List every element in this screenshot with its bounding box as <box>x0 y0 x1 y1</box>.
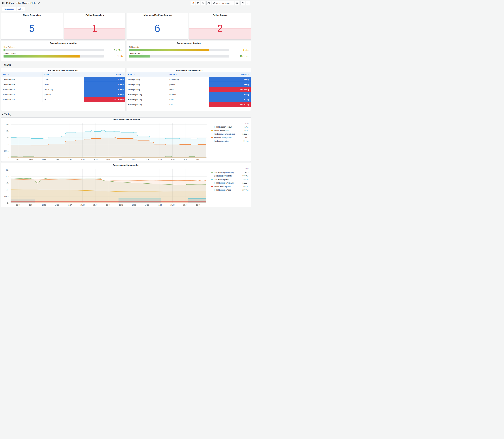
svg-text:16:05: 16:05 <box>171 159 175 160</box>
legend-item[interactable]: HelmRepository/test289 ms <box>211 188 248 192</box>
legend-item[interactable]: GitRepository/podinfo980 ms <box>211 174 248 178</box>
dashboard-grid-icon[interactable] <box>2 2 5 4</box>
filter-icon[interactable] <box>50 74 52 75</box>
chart-panel-cluster-reconciliation-duration: Cluster reconciliation duration 0 s500 m… <box>1 118 251 162</box>
filter-icon[interactable] <box>175 74 177 75</box>
panel-title[interactable]: Failing Reconcilers <box>64 13 125 17</box>
svg-text:15:55: 15:55 <box>42 159 46 160</box>
series-color-dash <box>211 134 213 134</box>
svg-text:16:03: 16:03 <box>145 159 149 160</box>
gauge-label: GitRepository <box>129 46 229 49</box>
svg-text:1.5 s: 1.5 s <box>6 182 9 184</box>
legend-item[interactable]: HelmRepository/bitnami1.695 s <box>211 181 248 185</box>
legend-item[interactable]: Kustomization/monitoring1.605 s <box>211 132 248 136</box>
panel-title[interactable]: Source acquisition readiness <box>127 68 251 72</box>
legend-avg-header[interactable]: avg <box>211 122 248 125</box>
svg-text:16:00: 16:00 <box>106 159 111 160</box>
svg-text:15:59: 15:59 <box>93 204 98 206</box>
svg-text:16:05: 16:05 <box>171 204 175 206</box>
panel-title[interactable]: Source acquisition duration <box>1 163 251 167</box>
panel-title[interactable]: Kubernetes Manifests Sources <box>127 13 188 17</box>
gauge-bar-helmrelease: HelmRelease 43.6ms <box>3 46 123 51</box>
row-toggle-timing[interactable]: Timing <box>1 112 250 117</box>
series-name: HelmRepository/bitnami <box>214 182 241 184</box>
svg-text:16:07: 16:07 <box>196 159 200 160</box>
gauge-value: 43.6ms <box>105 48 123 51</box>
series-color-dash <box>211 172 213 172</box>
status-badge: Not Ready <box>209 87 251 92</box>
time-series-plot[interactable]: 0 s500 ms1.0 s1.5 s2.0 s2.5 s15:5315:541… <box>2 167 208 207</box>
status-badge: Ready <box>84 77 125 82</box>
series-color-dash <box>211 137 213 138</box>
panel-title[interactable]: Cluster reconciliation readiness <box>1 68 125 72</box>
gauge-track <box>3 55 104 58</box>
cell-kind: GitRepository <box>127 87 168 92</box>
cell-kind: GitRepository <box>127 77 168 82</box>
column-header-kind[interactable]: Kind <box>1 72 43 77</box>
panel-title[interactable]: Failing Sources <box>189 13 251 17</box>
row-toggle-status[interactable]: Status <box>1 62 250 67</box>
status-badge: Ready <box>84 92 125 97</box>
variable-namespace-dropdown[interactable]: All <box>17 7 25 11</box>
filter-icon[interactable] <box>247 74 249 75</box>
zoom-out-button[interactable] <box>235 1 239 5</box>
cell-kind: Kustomization <box>1 92 43 97</box>
status-badge: Not Ready <box>84 97 125 102</box>
gauge-fill <box>3 49 5 51</box>
column-header-status[interactable]: Status <box>209 72 251 77</box>
row-title: Status <box>4 64 11 66</box>
legend-item[interactable]: GitRepository/test2338 ms <box>211 178 248 181</box>
svg-text:1.5 s: 1.5 s <box>6 137 9 139</box>
cell-name: contour <box>43 77 84 82</box>
readiness-table: KindNameStatusGitRepositorymonitoringRea… <box>127 72 251 110</box>
column-header-name[interactable]: Name <box>43 72 84 77</box>
series-name: Kustomization/monitoring <box>214 133 241 135</box>
panel-title[interactable]: Source ops avg. duration <box>129 41 249 45</box>
tv-mode-button[interactable] <box>206 1 211 5</box>
panel-title[interactable]: Cluster Reconcilers <box>1 13 62 17</box>
refresh-interval-caret-button[interactable] <box>246 1 250 5</box>
stat-panel-failing-sources: Failing Sources 2 <box>189 13 251 40</box>
column-header-status[interactable]: Status <box>84 72 125 77</box>
legend-item[interactable]: HelmRelease/contour71 ms <box>211 125 248 129</box>
panel-title[interactable]: Reconciler ops avg. duration <box>3 41 123 45</box>
cell-kind: HelmRepository <box>127 97 168 102</box>
cell-kind: HelmRepository <box>127 92 168 97</box>
status-badge: Ready <box>209 92 251 97</box>
refresh-button[interactable] <box>241 1 245 5</box>
time-range-picker[interactable]: Last 15 minutes <box>212 1 234 5</box>
filter-icon[interactable] <box>133 74 135 75</box>
legend-item[interactable]: HelmRelease/minio16 ms <box>211 129 248 132</box>
table-row: HelmRepositorybitnamiReady <box>127 92 251 97</box>
panel-title[interactable]: Cluster reconciliation duration <box>1 118 251 122</box>
table-panel-cluster-reconciliation-readiness: Cluster reconciliation readiness KindNam… <box>1 68 125 111</box>
legend-avg-header[interactable]: avg <box>211 168 248 171</box>
series-avg-value: 1.695 s <box>243 182 248 184</box>
gauge-fill <box>129 55 150 58</box>
cell-kind: GitRepository <box>127 82 168 87</box>
column-header-kind[interactable]: Kind <box>127 72 168 77</box>
legend-item[interactable]: Kustomization/podinfo1.071 s <box>211 136 248 139</box>
dashboard-settings-button[interactable] <box>201 1 205 5</box>
legend-item[interactable]: HelmRepository/minio108 ms <box>211 185 248 188</box>
filter-icon[interactable] <box>122 74 124 75</box>
legend-item[interactable]: Kustomization/test84 ms <box>211 139 248 143</box>
filter-icon[interactable] <box>8 74 10 75</box>
stat-panel-cluster-reconcilers: Cluster Reconcilers 5 <box>1 13 63 40</box>
svg-text:1.0 s: 1.0 s <box>6 189 9 191</box>
cell-name: test <box>43 97 84 102</box>
save-dashboard-button[interactable] <box>196 1 200 5</box>
svg-text:16:06: 16:06 <box>183 204 188 206</box>
gauge-value: 1.2s <box>231 48 248 51</box>
legend-item[interactable]: GitRepository/monitoring1.594 s <box>211 171 248 174</box>
series-color-dash <box>211 176 213 176</box>
share-icon[interactable] <box>37 2 40 4</box>
series-name: Kustomization/test <box>214 140 242 142</box>
time-series-plot[interactable]: 0 s500 ms1.0 s1.5 s2.0 s2.5 s15:5315:541… <box>2 122 208 161</box>
series-avg-value: 980 ms <box>243 175 248 177</box>
cell-name: test2 <box>168 87 209 92</box>
clock-icon <box>213 2 215 4</box>
column-header-name[interactable]: Name <box>168 72 209 77</box>
add-panel-button[interactable] <box>191 1 195 5</box>
table-header-row: KindNameStatus <box>127 72 251 77</box>
